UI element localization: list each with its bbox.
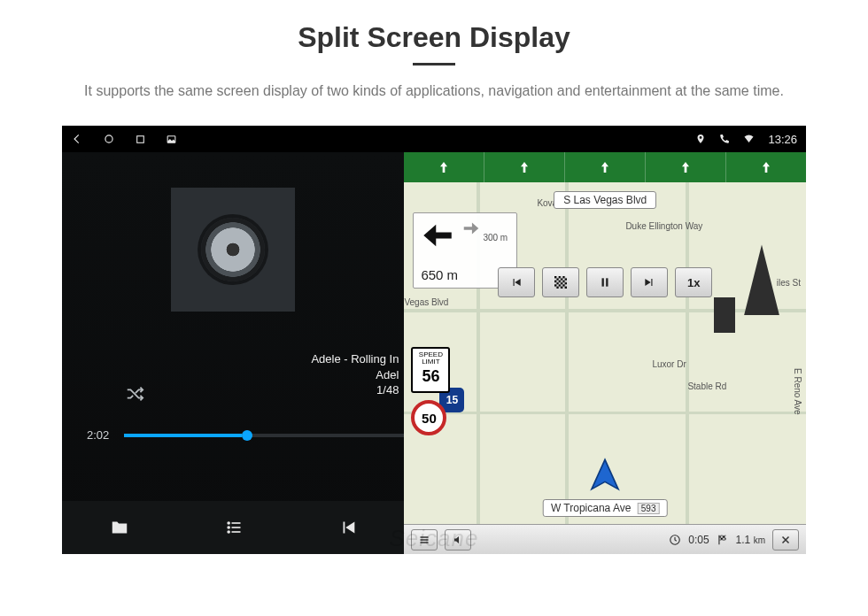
lane-arrow-icon — [759, 158, 773, 176]
track-metadata: Adele - Rolling In Adel 1/48 — [311, 351, 399, 398]
road-name-bottom-text: W Tropicana Ave — [551, 502, 632, 514]
next-turn-distance: 300 m — [483, 233, 508, 243]
svg-rect-6 — [554, 276, 567, 289]
home-icon[interactable] — [103, 133, 115, 145]
android-statusbar: 13:26 — [62, 126, 806, 152]
nav-sound-button[interactable] — [445, 529, 471, 551]
music-pane: Adele - Rolling In Adel 1/48 2:02 — [62, 152, 404, 554]
phone-icon — [718, 134, 730, 145]
road-number-badge: 593 — [638, 503, 660, 514]
svg-point-3 — [228, 522, 229, 524]
lane-arrow-icon — [517, 158, 531, 176]
track-index: 1/48 — [311, 382, 399, 398]
navigation-pane: Koval Ln Duke Ellington Way Vegas Blvd L… — [404, 152, 806, 554]
map-poi-label: Stable Rd — [687, 381, 726, 391]
map-poi-label: iles St — [777, 278, 801, 288]
wifi-icon — [742, 134, 756, 144]
nav-prev-button[interactable] — [498, 267, 535, 297]
map-building — [714, 297, 735, 333]
road-name-top: S Las Vegas Blvd — [554, 191, 656, 209]
map-building — [744, 244, 779, 315]
seek-bar[interactable] — [124, 434, 404, 437]
prev-track-icon[interactable] — [337, 518, 359, 537]
nav-bar-time: 0:05 — [688, 534, 709, 546]
nav-speed-button[interactable]: 1x — [675, 267, 712, 297]
dest-flag-icon — [717, 534, 729, 546]
nav-menu-button[interactable] — [411, 529, 438, 551]
title-underline — [413, 63, 455, 65]
folder-icon[interactable] — [108, 518, 131, 537]
track-artist: Adel — [311, 367, 399, 383]
recents-icon[interactable] — [135, 134, 146, 145]
turn-right-next-icon — [461, 219, 481, 238]
elapsed-time: 2:02 — [87, 428, 109, 442]
shuffle-icon[interactable] — [124, 384, 145, 404]
nav-next-button[interactable] — [631, 267, 668, 297]
track-title: Adele - Rolling In — [311, 351, 399, 367]
lane-arrow-icon — [678, 158, 693, 176]
svg-rect-9 — [602, 279, 604, 287]
speed-limit-value: 56 — [413, 368, 448, 384]
nav-bar-distance: 1.1 km — [736, 534, 765, 546]
cd-disc-icon — [201, 218, 265, 281]
location-icon — [695, 133, 706, 145]
nav-flag-button[interactable] — [542, 267, 579, 297]
svg-point-0 — [105, 135, 112, 142]
lane-arrow-icon — [598, 158, 612, 176]
page-subtitle: It supports the same screen display of t… — [71, 81, 797, 101]
map-poi-label: E Reno Ave — [793, 368, 802, 415]
nav-bottom-bar: 0:05 1.1 km — [404, 524, 806, 554]
svg-rect-10 — [606, 279, 608, 287]
device-screenshot: 13:26 Adele - Rolling In Adel 1/48 2:02 — [62, 126, 806, 554]
road-name-bottom: W Tropicana Ave 593 — [543, 499, 668, 517]
map-poi-label: Luxor Dr — [652, 359, 686, 369]
lane-guidance-bar — [404, 152, 806, 182]
music-bottom-bar — [62, 501, 404, 554]
turn-distance: 650 m — [421, 267, 458, 282]
turn-left-icon — [419, 217, 456, 254]
vehicle-arrow-icon — [587, 457, 623, 492]
speed-limit-sign: SPEED LIMIT 56 — [411, 347, 450, 393]
statusbar-time: 13:26 — [768, 133, 797, 146]
map-poi-label: Vegas Blvd — [404, 297, 448, 307]
svg-rect-1 — [137, 136, 144, 143]
svg-rect-13 — [719, 535, 725, 541]
playlist-icon[interactable] — [222, 519, 245, 536]
clock-icon — [669, 534, 681, 546]
svg-point-5 — [228, 531, 229, 533]
picture-icon[interactable] — [166, 134, 177, 145]
map-poi-label: Duke Ellington Way — [625, 221, 702, 231]
page-title: Split Screen Display — [0, 21, 868, 54]
nav-playback-controls: 1x — [498, 267, 712, 297]
nav-close-button[interactable] — [772, 529, 799, 551]
svg-rect-12 — [718, 535, 719, 545]
back-icon[interactable] — [71, 133, 83, 145]
svg-point-4 — [228, 527, 229, 528]
lane-arrow-icon — [437, 158, 451, 176]
nav-pause-button[interactable] — [586, 267, 624, 297]
speed-limit-label: LIMIT — [422, 358, 439, 366]
